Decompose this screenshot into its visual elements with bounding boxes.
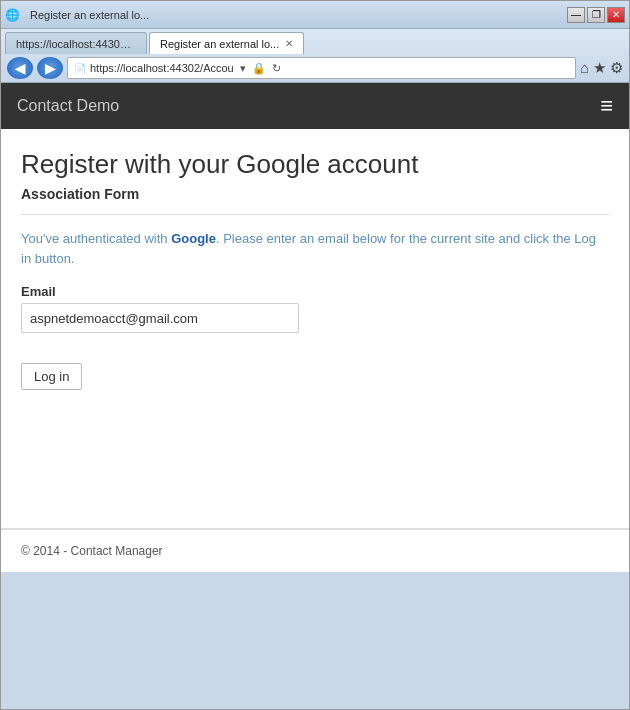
app-brand[interactable]: Contact Demo (17, 97, 119, 115)
email-label: Email (21, 284, 609, 299)
tab-row: https://localhost:44302/Accou Register a… (1, 29, 629, 54)
address-actions: ▾ 🔒 ↻ (238, 62, 283, 75)
tab-2[interactable]: Register an external lo... ✕ (149, 32, 304, 54)
tab-1[interactable]: https://localhost:44302/Accou (5, 32, 147, 54)
browser-toolbar: https://localhost:44302/Accou Register a… (1, 29, 629, 83)
tab-2-label: Register an external lo... (160, 38, 279, 50)
email-input[interactable] (21, 303, 299, 333)
forward-icon: ▶ (45, 61, 55, 76)
footer-text: © 2014 - Contact Manager (21, 544, 163, 558)
app-navbar: Contact Demo ≡ (1, 83, 629, 129)
minimize-button[interactable]: — (567, 7, 585, 23)
main-content: Register with your Google account Associ… (1, 129, 629, 529)
login-button[interactable]: Log in (21, 363, 82, 390)
home-icon[interactable]: ⌂ (580, 59, 589, 77)
address-text: https://localhost:44302/Accou (90, 62, 234, 74)
address-bar[interactable]: 📄 https://localhost:44302/Accou ▾ 🔒 ↻ (67, 57, 576, 79)
win-controls: — ❐ ✕ (567, 7, 625, 23)
tab-close-icon[interactable]: ✕ (285, 38, 293, 49)
favorites-icon[interactable]: ★ (593, 59, 606, 77)
title-bar: 🌐 Register an external lo... — ❐ ✕ (1, 1, 629, 29)
window-title: Register an external lo... (30, 9, 149, 21)
address-bar-page-icon: 📄 (74, 63, 86, 74)
back-button[interactable]: ◀ (7, 57, 33, 79)
form-subtitle: Association Form (21, 186, 609, 215)
page-title: Register with your Google account (21, 149, 609, 180)
tab-1-label: https://localhost:44302/Accou (16, 38, 136, 50)
info-text-brand: Google (171, 231, 216, 246)
address-dropdown-icon[interactable]: ▾ (238, 62, 248, 75)
info-text-before: You've authenticated with (21, 231, 171, 246)
footer: © 2014 - Contact Manager (1, 529, 629, 572)
settings-icon[interactable]: ⚙ (610, 59, 623, 77)
address-row: ◀ ▶ 📄 https://localhost:44302/Accou ▾ 🔒 … (1, 54, 629, 82)
hamburger-menu[interactable]: ≡ (600, 95, 613, 117)
close-button[interactable]: ✕ (607, 7, 625, 23)
lock-icon: 🔒 (250, 62, 268, 75)
info-text: You've authenticated with Google. Please… (21, 229, 609, 268)
forward-button[interactable]: ▶ (37, 57, 63, 79)
refresh-icon[interactable]: ↻ (270, 62, 283, 75)
restore-button[interactable]: ❐ (587, 7, 605, 23)
title-bar-left: 🌐 Register an external lo... (5, 8, 149, 22)
window-frame: 🌐 Register an external lo... — ❐ ✕ https… (0, 0, 630, 710)
back-icon: ◀ (15, 61, 25, 76)
browser-icon: 🌐 (5, 8, 20, 22)
toolbar-right: ⌂ ★ ⚙ (580, 59, 623, 77)
